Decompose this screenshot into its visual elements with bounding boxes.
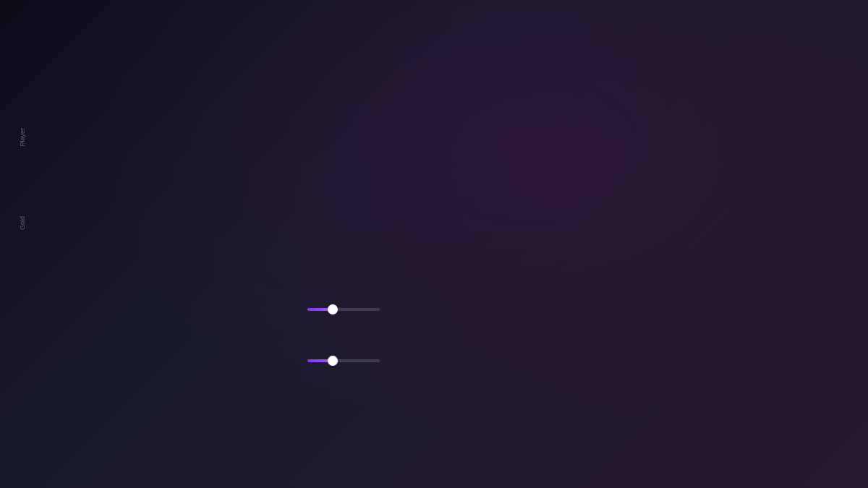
slider-thumb-gold[interactable] xyxy=(328,304,338,314)
slider-track-gold[interactable] xyxy=(307,308,380,311)
slider-track-speed[interactable] xyxy=(307,359,380,362)
side-label-gold: Gold xyxy=(12,210,29,236)
slider-thumb-speed[interactable] xyxy=(328,356,338,366)
side-label-player: Player xyxy=(12,122,29,153)
